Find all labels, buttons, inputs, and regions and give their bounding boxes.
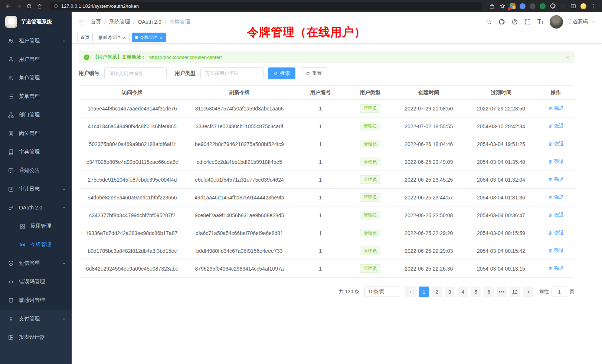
page-button[interactable]: 3 bbox=[445, 287, 455, 297]
create-time-cell: 2022-06-25 22:26:36 bbox=[393, 260, 465, 278]
sidebar-item-dict[interactable]: 字典管理 bbox=[0, 143, 72, 161]
extension-icon[interactable] bbox=[560, 3, 566, 9]
expire-time-cell: 2054-03-04 00:13:15 bbox=[465, 260, 537, 278]
prev-page-button[interactable] bbox=[405, 287, 416, 297]
force-logout-button[interactable]: 强退 bbox=[548, 105, 564, 112]
user-avatar[interactable] bbox=[550, 15, 563, 29]
column-header: 用户类型 bbox=[348, 86, 393, 100]
table-row: b0d1785bc3a8482f812db4a3f3bd15ec b0df498… bbox=[79, 242, 575, 260]
sidebar-item-pay[interactable]: 支付管理 bbox=[0, 310, 72, 328]
close-icon[interactable]: × bbox=[122, 35, 126, 40]
access-token-cell: c347026e805e4d99b0d116eae66eda8c bbox=[79, 153, 186, 171]
sidebar-item-token[interactable]: 令牌管理 bbox=[0, 235, 72, 254]
table-row: c342377bf8b344799dcbf7bf095287f2 9ce8ef2… bbox=[79, 206, 575, 224]
force-logout-label: 强退 bbox=[554, 158, 564, 165]
reset-button[interactable]: 重置 bbox=[300, 67, 327, 79]
delete-icon bbox=[548, 266, 553, 271]
tab-label: 敏感词管理 bbox=[98, 34, 121, 41]
page-size-select[interactable]: 10条/页 bbox=[364, 287, 400, 297]
profile-avatar-icon[interactable] bbox=[580, 3, 586, 9]
app-logo[interactable]: 芋道管理系统 bbox=[0, 12, 72, 32]
token-table: 访问令牌刷新令牌用户编号用户类型创建时间过期时间操作 1ea5e44f8bc14… bbox=[79, 85, 575, 278]
browser-back-icon[interactable] bbox=[5, 3, 12, 9]
page-ellipsis-button[interactable]: ••• bbox=[497, 287, 507, 297]
goto-page-input[interactable] bbox=[552, 287, 567, 297]
page-button[interactable]: 1 bbox=[419, 287, 429, 297]
close-icon[interactable]: × bbox=[566, 54, 569, 60]
chevron-down-icon bbox=[392, 289, 396, 294]
browser-reload-icon[interactable] bbox=[26, 3, 32, 9]
hamburger-icon[interactable] bbox=[78, 19, 85, 26]
browser-menu-icon[interactable] bbox=[590, 3, 597, 9]
user-name[interactable]: 芋道源码 bbox=[567, 19, 588, 25]
fullscreen-icon[interactable] bbox=[524, 19, 531, 25]
sidebar-item-oauth[interactable]: OAuth 2.0 bbox=[0, 198, 72, 217]
extensions-puzzle-icon[interactable] bbox=[550, 3, 556, 9]
breadcrumb-item[interactable]: 系统管理 bbox=[109, 19, 130, 25]
site-info-icon[interactable] bbox=[53, 4, 58, 9]
force-logout-button[interactable]: 强退 bbox=[548, 176, 564, 183]
sidebar-item-notice[interactable]: 通知公告 bbox=[0, 161, 72, 180]
force-logout-button[interactable]: 强退 bbox=[548, 158, 564, 165]
page-content: ✓ 【用户体系】文档地址： https://doc.iocoder.cn/use… bbox=[72, 44, 602, 364]
page-button[interactable]: 12 bbox=[510, 287, 520, 297]
sidebar-item-dept[interactable]: 部门管理 bbox=[0, 106, 72, 124]
user-type-badge: 管理员 bbox=[360, 246, 380, 255]
token-icon bbox=[19, 242, 26, 248]
font-size-icon[interactable]: TT bbox=[537, 19, 543, 25]
user-id-cell: 1 bbox=[293, 206, 348, 224]
extension-icon[interactable] bbox=[520, 3, 526, 9]
force-logout-button[interactable]: 强退 bbox=[548, 229, 564, 236]
search-button[interactable]: 搜索 bbox=[268, 67, 295, 79]
sidebar-item-sensitive[interactable]: 敏感词管理 bbox=[0, 291, 72, 310]
help-icon[interactable] bbox=[511, 19, 518, 25]
sidebar-item-post[interactable]: 岗位管理 bbox=[0, 124, 72, 143]
sidebar-item-sms[interactable]: 短信管理 bbox=[0, 254, 72, 272]
force-logout-button[interactable]: 强退 bbox=[548, 247, 564, 254]
user-type-select[interactable]: 请选择用户类型 bbox=[200, 67, 264, 79]
sidebar-item-app[interactable]: 应用管理 bbox=[0, 217, 72, 235]
close-icon[interactable]: × bbox=[160, 35, 163, 40]
sidebar-item-errcode[interactable]: 错误码管理 bbox=[0, 272, 72, 291]
extension-icon[interactable] bbox=[510, 3, 516, 9]
browser-home-icon[interactable] bbox=[36, 3, 43, 9]
user-id-input[interactable] bbox=[104, 67, 167, 79]
page-button[interactable]: 5 bbox=[471, 287, 481, 297]
force-logout-button[interactable]: 强退 bbox=[548, 194, 564, 201]
force-logout-button[interactable]: 强退 bbox=[548, 212, 564, 218]
user-type-badge: 管理员 bbox=[360, 140, 380, 149]
page-button[interactable]: 4 bbox=[458, 287, 468, 297]
breadcrumb-item[interactable]: 首页 bbox=[91, 19, 101, 25]
force-logout-button[interactable]: 强退 bbox=[548, 140, 564, 147]
tab[interactable]: 令牌管理× bbox=[132, 33, 167, 42]
browser-forward-icon[interactable] bbox=[16, 3, 22, 9]
address-bar[interactable]: 127.0.0.1:1024/system/oauth2/token bbox=[49, 2, 482, 10]
force-logout-button[interactable]: 强退 bbox=[548, 123, 564, 129]
caret-down-icon[interactable] bbox=[591, 20, 596, 24]
page-button[interactable]: 2 bbox=[432, 287, 442, 297]
next-page-button[interactable] bbox=[523, 287, 533, 297]
sidebar-item-audit[interactable]: 审计日志 bbox=[0, 180, 72, 198]
expire-time-cell: 2022-07-29 22:28:50 bbox=[465, 100, 537, 118]
sidebar-item-tenant[interactable]: 租户管理 bbox=[0, 32, 72, 50]
extension-icon[interactable] bbox=[540, 3, 546, 9]
doc-link[interactable]: https://doc.iocoder.cn/user-center/ bbox=[149, 54, 222, 60]
tab[interactable]: 首页 bbox=[77, 33, 93, 42]
github-icon[interactable] bbox=[498, 19, 505, 25]
share-icon[interactable] bbox=[489, 3, 495, 9]
sidebar-item-menu[interactable]: 菜单管理 bbox=[0, 87, 72, 106]
delete-icon bbox=[548, 213, 553, 218]
sidebar-item-report[interactable]: 报表设计器 bbox=[0, 328, 72, 347]
tab[interactable]: 敏感词管理× bbox=[95, 33, 130, 42]
search-icon[interactable] bbox=[485, 19, 492, 25]
force-logout-button[interactable]: 强退 bbox=[548, 265, 564, 272]
sidebar-item-user[interactable]: 用户管理 bbox=[0, 50, 72, 69]
bookmark-star-icon[interactable] bbox=[499, 3, 506, 9]
sidebar-item-label: 岗位管理 bbox=[19, 130, 66, 137]
split-view-icon[interactable] bbox=[570, 3, 576, 9]
page-button[interactable]: 6 bbox=[484, 287, 494, 297]
extension-icon[interactable] bbox=[530, 3, 536, 9]
sidebar-item-role[interactable]: 角色管理 bbox=[0, 69, 72, 87]
user-type-badge: 管理员 bbox=[360, 211, 380, 220]
breadcrumb-item[interactable]: OAuth 2.0 bbox=[138, 19, 161, 25]
